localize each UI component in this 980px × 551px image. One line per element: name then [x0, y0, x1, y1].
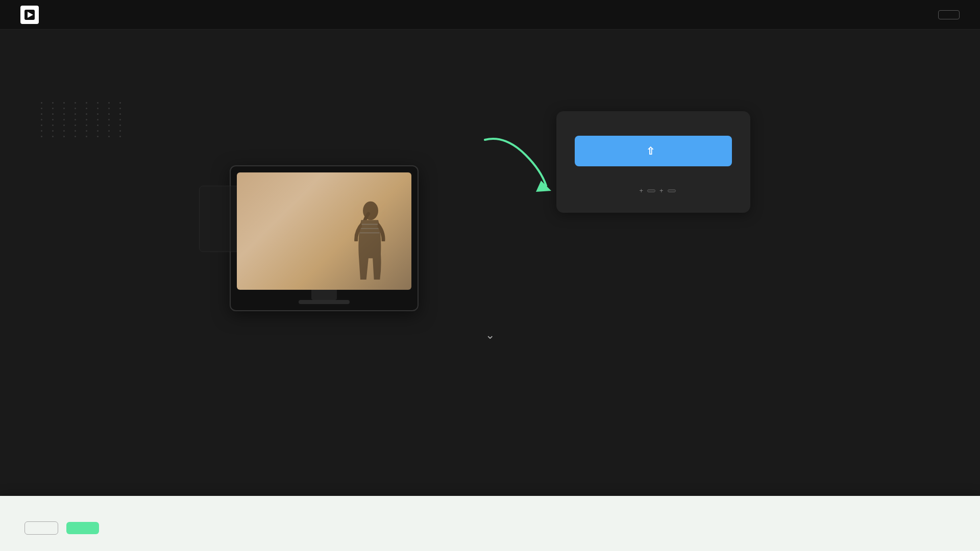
hero-content: const dotsContainer = document.querySele… [184, 76, 796, 331]
monitor-wrapper [230, 165, 516, 311]
monitor-screen [237, 172, 411, 290]
ctrl-key [647, 189, 655, 192]
hero-left: const dotsContainer = document.querySele… [230, 106, 516, 311]
accept-all-button[interactable] [66, 522, 99, 534]
logo[interactable] [20, 6, 44, 24]
learn-more-section[interactable]: ⌄ [485, 313, 495, 362]
chevron-down-icon: ⌄ [485, 329, 495, 342]
arrow-decoration [475, 135, 556, 196]
hero-title [230, 106, 516, 146]
monitor-stand [311, 290, 337, 300]
login-signup-button[interactable] [938, 10, 960, 19]
paste-row: + + [631, 187, 675, 194]
hero-section: const dotsContainer = document.querySele… [0, 0, 980, 378]
logo-icon [20, 6, 39, 24]
monitor-display [230, 165, 419, 311]
person-silhouette-icon [345, 193, 396, 290]
monitor-image [237, 172, 411, 290]
monitor-base [299, 300, 350, 304]
upload-card: ⇧ + + [556, 111, 750, 213]
plus-sign: + [639, 187, 643, 194]
dots-decoration: const dotsContainer = document.querySele… [41, 102, 127, 137]
upload-icon: ⇧ [646, 145, 655, 157]
v-key [668, 189, 676, 192]
cookie-buttons [24, 521, 484, 535]
hero-right: ⇧ + + [556, 106, 750, 223]
navbar [0, 0, 980, 30]
cookie-banner [0, 496, 980, 551]
cookie-content [24, 521, 484, 535]
reject-all-button[interactable] [24, 521, 58, 535]
upload-clip-button[interactable]: ⇧ [575, 136, 732, 166]
svg-marker-2 [536, 181, 551, 192]
plus-sign-2: + [659, 187, 664, 194]
